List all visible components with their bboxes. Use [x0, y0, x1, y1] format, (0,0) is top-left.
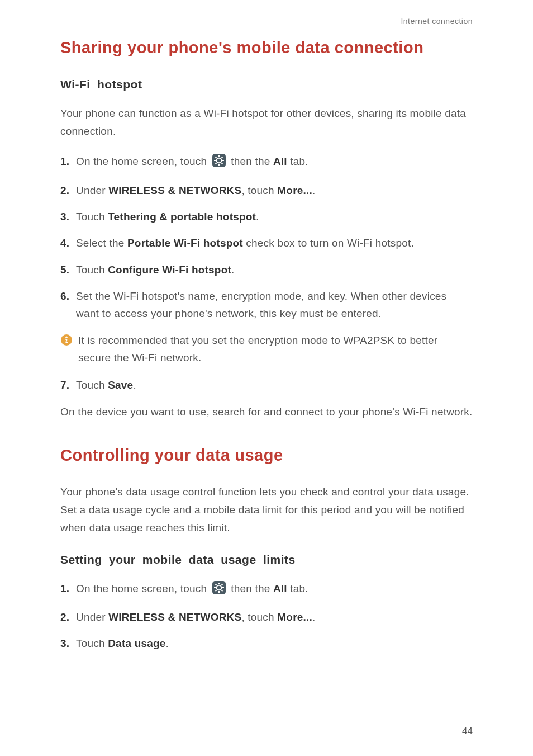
step-5: 5. Touch Configure Wi-Fi hotspot.: [60, 261, 473, 278]
settings-icon: [212, 154, 226, 172]
info-note: It is recommended that you set the encry…: [60, 332, 473, 367]
step-content: Under WIRELESS & NETWORKS, touch More...…: [76, 608, 473, 626]
step-content: Touch Tethering & portable hotspot.: [76, 208, 473, 225]
section-title-sharing: Sharing your phone's mobile data connect…: [60, 34, 473, 62]
step-number: 4.: [60, 234, 76, 252]
step-number: 1.: [60, 580, 76, 599]
text: .: [133, 379, 136, 391]
text-bold: WIRELESS & NETWORKS: [108, 185, 241, 196]
step-content: Touch Configure Wi-Fi hotspot.: [76, 261, 473, 278]
step-7: 7. Touch Save.: [60, 376, 473, 394]
text: Touch: [76, 264, 108, 276]
text: .: [256, 211, 259, 223]
text: Touch: [76, 637, 108, 649]
step-2b: 2. Under WIRELESS & NETWORKS, touch More…: [60, 608, 473, 626]
text: .: [312, 185, 315, 196]
intro-paragraph-1: Your phone can function as a Wi-Fi hotsp…: [60, 105, 473, 141]
text: check box to turn on Wi-Fi hotspot.: [243, 237, 414, 249]
page-number: 44: [462, 726, 473, 737]
text: .: [312, 611, 315, 623]
text: tab.: [287, 583, 308, 594]
step-number: 3.: [60, 208, 76, 225]
step-number: 3.: [60, 635, 76, 652]
text: , touch: [241, 185, 277, 196]
step-number: 5.: [60, 261, 76, 278]
step-number: 1.: [60, 153, 76, 172]
text: .: [166, 637, 169, 649]
settings-icon: [212, 581, 226, 599]
section-title-data-usage: Controlling your data usage: [60, 441, 473, 470]
text: .: [231, 264, 234, 276]
step-2: 2. Under WIRELESS & NETWORKS, touch More…: [60, 182, 473, 199]
step-content: Touch Save.: [76, 376, 473, 394]
text-bold: WIRELESS & NETWORKS: [108, 611, 241, 623]
text: Touch: [76, 379, 108, 391]
note-text: It is recommended that you set the encry…: [78, 332, 473, 367]
text-bold: More...: [277, 611, 312, 623]
text: tab.: [287, 155, 308, 167]
text: On the home screen, touch: [76, 583, 207, 594]
text: Under: [76, 185, 108, 196]
text-bold: Configure Wi-Fi hotspot: [108, 264, 231, 276]
step-content: Set the Wi-Fi hotspot's name, encryption…: [76, 287, 473, 323]
subheading-wifi-hotspot: Wi-Fi hotspot: [60, 78, 473, 91]
step-content: Under WIRELESS & NETWORKS, touch More...…: [76, 182, 473, 199]
text-bold: All: [273, 155, 287, 167]
text-bold: Portable Wi-Fi hotspot: [127, 237, 243, 249]
outro-paragraph-1: On the device you want to use, search fo…: [60, 403, 473, 421]
step-number: 2.: [60, 182, 76, 199]
text: Under: [76, 611, 108, 623]
text: then the: [231, 155, 270, 167]
text: On the home screen, touch: [76, 155, 207, 167]
text-bold: Data usage: [108, 637, 165, 649]
subheading-data-limits: Setting your mobile data usage limits: [60, 553, 473, 566]
step-content: On the home screen, touch then the All t…: [76, 153, 473, 172]
text: Select the: [76, 237, 127, 249]
text-bold: Tethering & portable hotspot: [108, 211, 256, 223]
text-bold: All: [273, 583, 287, 594]
step-number: 2.: [60, 608, 76, 626]
step-3b: 3. Touch Data usage.: [60, 635, 473, 652]
svg-point-11: [65, 336, 67, 338]
step-number: 7.: [60, 376, 76, 394]
header-label: Internet connection: [60, 17, 473, 26]
step-6: 6. Set the Wi-Fi hotspot's name, encrypt…: [60, 287, 473, 323]
intro-paragraph-2: Your phone's data usage control function…: [60, 483, 473, 537]
step-number: 6.: [60, 287, 76, 323]
step-4: 4. Select the Portable Wi-Fi hotspot che…: [60, 234, 473, 252]
text: Touch: [76, 211, 108, 223]
text-bold: Save: [108, 379, 133, 391]
step-content: On the home screen, touch then the All t…: [76, 580, 473, 599]
step-content: Touch Data usage.: [76, 635, 473, 652]
step-3: 3. Touch Tethering & portable hotspot.: [60, 208, 473, 225]
text: then the: [231, 583, 270, 594]
text-bold: More...: [277, 185, 312, 196]
step-1: 1. On the home screen, touch then the Al…: [60, 153, 473, 172]
step-content: Select the Portable Wi-Fi hotspot check …: [76, 234, 473, 252]
info-icon: [60, 334, 73, 348]
text: , touch: [241, 611, 277, 623]
step-1b: 1. On the home screen, touch then the Al…: [60, 580, 473, 599]
